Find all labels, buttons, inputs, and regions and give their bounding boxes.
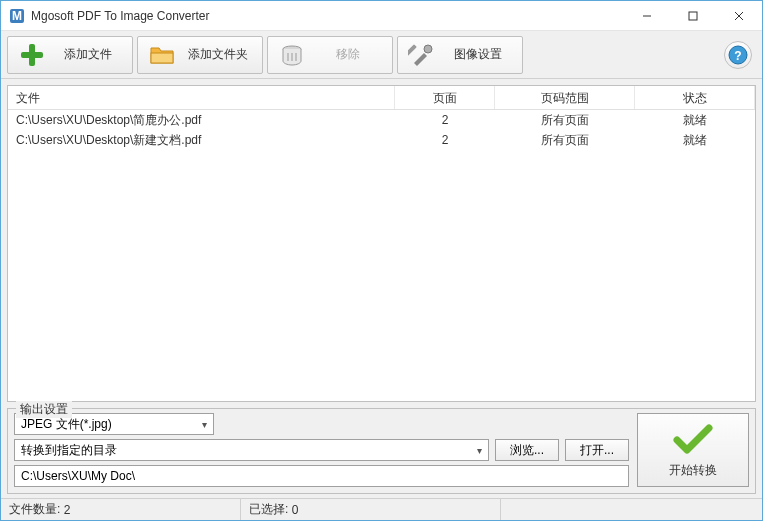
cell-range: 所有页面	[495, 110, 635, 131]
list-body[interactable]: C:\Users\XU\Desktop\简鹿办公.pdf 2 所有页面 就绪 C…	[8, 110, 755, 401]
help-icon: ?	[728, 45, 748, 65]
maximize-button[interactable]	[670, 1, 716, 30]
add-folder-label: 添加文件夹	[184, 46, 252, 63]
cell-file: C:\Users\XU\Desktop\简鹿办公.pdf	[8, 110, 395, 131]
output-path-value: C:\Users\XU\My Doc\	[21, 469, 135, 483]
chevron-down-icon: ▾	[202, 419, 207, 430]
add-file-button[interactable]: 添加文件	[7, 36, 133, 74]
app-icon: M	[9, 8, 25, 24]
col-pages-header[interactable]: 页面	[395, 86, 495, 109]
browse-button[interactable]: 浏览...	[495, 439, 559, 461]
cell-pages: 2	[395, 111, 495, 129]
remove-button[interactable]: 移除	[267, 36, 393, 74]
add-folder-button[interactable]: 添加文件夹	[137, 36, 263, 74]
window-controls	[624, 1, 762, 30]
status-file-count: 文件数量: 2	[1, 499, 241, 520]
col-status-header[interactable]: 状态	[635, 86, 755, 109]
chevron-down-icon: ▾	[477, 445, 482, 456]
svg-rect-8	[151, 53, 173, 63]
cell-pages: 2	[395, 131, 495, 149]
svg-point-13	[424, 45, 432, 53]
output-settings-group: 输出设置 JPEG 文件(*.jpg) ▾ 转换到指定的目录 ▾ 浏览... 打…	[7, 408, 756, 494]
table-row[interactable]: C:\Users\XU\Desktop\新建文档.pdf 2 所有页面 就绪	[8, 130, 755, 150]
destination-mode-value: 转换到指定的目录	[21, 442, 117, 459]
cell-range: 所有页面	[495, 130, 635, 151]
svg-text:?: ?	[734, 49, 741, 63]
cell-status: 就绪	[635, 110, 755, 131]
image-settings-label: 图像设置	[444, 46, 512, 63]
table-row[interactable]: C:\Users\XU\Desktop\简鹿办公.pdf 2 所有页面 就绪	[8, 110, 755, 130]
col-range-header[interactable]: 页码范围	[495, 86, 635, 109]
title-bar: M Mgosoft PDF To Image Converter	[1, 1, 762, 31]
toolbar: 添加文件 添加文件夹 移除 图像设置 ?	[1, 31, 762, 79]
destination-mode-select[interactable]: 转换到指定的目录 ▾	[14, 439, 489, 461]
help-button[interactable]: ?	[724, 41, 752, 69]
output-path-input[interactable]: C:\Users\XU\My Doc\	[14, 465, 629, 487]
start-label: 开始转换	[669, 462, 717, 479]
remove-label: 移除	[314, 46, 382, 63]
add-file-label: 添加文件	[54, 46, 122, 63]
file-list-panel: 文件 页面 页码范围 状态 C:\Users\XU\Desktop\简鹿办公.p…	[7, 85, 756, 402]
list-header: 文件 页面 页码范围 状态	[8, 86, 755, 110]
svg-rect-3	[689, 12, 697, 20]
status-bar: 文件数量: 2 已选择: 0	[1, 498, 762, 520]
minimize-button[interactable]	[624, 1, 670, 30]
svg-rect-7	[21, 52, 43, 58]
close-button[interactable]	[716, 1, 762, 30]
plus-icon	[18, 41, 46, 69]
folder-icon	[148, 41, 176, 69]
status-empty	[501, 499, 762, 520]
cell-file: C:\Users\XU\Desktop\新建文档.pdf	[8, 130, 395, 151]
svg-rect-14	[408, 44, 417, 57]
checkmark-icon	[673, 422, 713, 456]
format-value: JPEG 文件(*.jpg)	[21, 416, 112, 433]
status-selected: 已选择: 0	[241, 499, 501, 520]
svg-text:M: M	[12, 9, 22, 23]
cell-status: 就绪	[635, 130, 755, 151]
tools-icon	[408, 41, 436, 69]
open-button[interactable]: 打开...	[565, 439, 629, 461]
start-convert-button[interactable]: 开始转换	[637, 413, 749, 487]
window-title: Mgosoft PDF To Image Converter	[31, 9, 624, 23]
output-legend: 输出设置	[16, 401, 72, 418]
image-settings-button[interactable]: 图像设置	[397, 36, 523, 74]
trash-icon	[278, 41, 306, 69]
col-file-header[interactable]: 文件	[8, 86, 395, 109]
